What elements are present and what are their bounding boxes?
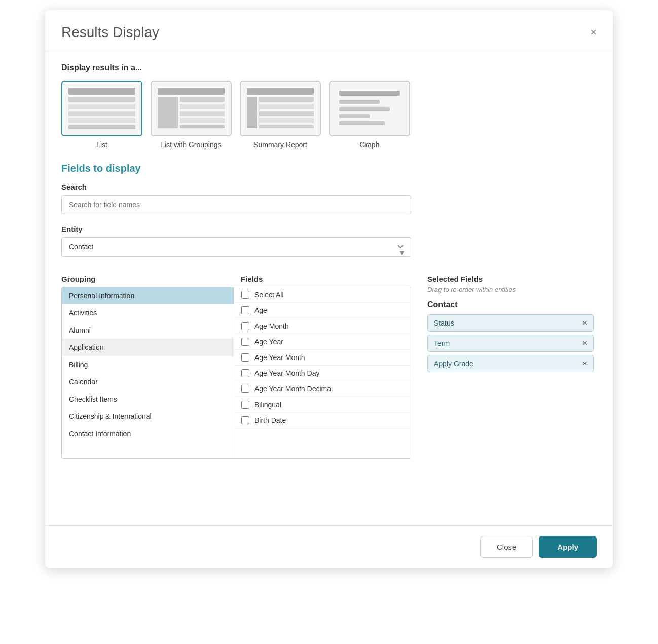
- fields-col: Select All Age Age Month: [234, 287, 411, 458]
- display-option-graph[interactable]: Graph: [329, 81, 410, 149]
- field-item-select-all[interactable]: Select All: [234, 287, 411, 303]
- svg-rect-10: [180, 111, 225, 116]
- checkbox-age-year[interactable]: [241, 338, 249, 346]
- grouping-item-activities[interactable]: Activities: [62, 304, 234, 321]
- checkbox-age[interactable]: [241, 306, 249, 314]
- checkbox-bilingual[interactable]: [241, 401, 249, 409]
- checkbox-age-month[interactable]: [241, 322, 249, 330]
- svg-rect-8: [180, 97, 225, 102]
- field-label-bilingual: Bilingual: [254, 401, 281, 409]
- selected-fields-title: Selected Fields: [427, 275, 594, 283]
- display-option-label-summary: Summary Report: [253, 140, 307, 149]
- field-label-age-year-month-day: Age Year Month Day: [254, 369, 319, 377]
- svg-rect-7: [158, 97, 178, 128]
- display-option-label-graph: Graph: [360, 140, 380, 149]
- entity-select[interactable]: Contact Application Alumni Billing: [61, 237, 411, 257]
- svg-rect-4: [68, 118, 135, 123]
- checkbox-birth-date[interactable]: [241, 416, 249, 424]
- entity-label: Entity: [61, 225, 597, 233]
- field-item-age-year[interactable]: Age Year: [234, 334, 411, 350]
- grouping-item-contact-info[interactable]: Contact Information: [62, 425, 234, 442]
- chip-apply-grade: Apply Grade ×: [427, 355, 594, 372]
- field-item-age-year-month-day[interactable]: Age Year Month Day: [234, 366, 411, 381]
- close-button[interactable]: ×: [590, 27, 597, 38]
- svg-rect-15: [259, 97, 314, 102]
- display-option-box-list-groupings: [151, 81, 232, 136]
- close-footer-button[interactable]: Close: [480, 536, 533, 558]
- fields-header: Fields: [234, 275, 263, 287]
- field-label-age-month: Age Month: [254, 322, 289, 330]
- chip-term: Term ×: [427, 335, 594, 352]
- grouping-item-billing[interactable]: Billing: [62, 356, 234, 373]
- chip-status-remove[interactable]: ×: [582, 319, 587, 327]
- field-label-birth-date: Birth Date: [254, 416, 286, 424]
- checkbox-age-year-month-decimal[interactable]: [241, 385, 249, 393]
- svg-rect-0: [68, 88, 135, 95]
- field-item-birth-date[interactable]: Birth Date: [234, 413, 411, 428]
- svg-rect-1: [68, 97, 135, 102]
- chip-term-remove[interactable]: ×: [582, 339, 587, 347]
- svg-rect-14: [247, 97, 257, 128]
- checkbox-age-year-month-day[interactable]: [241, 369, 249, 377]
- field-item-age-month[interactable]: Age Month: [234, 318, 411, 334]
- list-icon: [66, 86, 137, 131]
- modal-body: Display results in a... List: [45, 51, 613, 525]
- chip-status: Status ×: [427, 314, 594, 332]
- summary-icon: [245, 86, 316, 131]
- display-option-box-graph: [329, 81, 410, 136]
- grouping-item-checklist[interactable]: Checklist Items: [62, 390, 234, 408]
- field-label-age-year-month-decimal: Age Year Month Decimal: [254, 385, 333, 393]
- svg-rect-22: [339, 107, 390, 111]
- modal-footer: Close Apply: [45, 525, 613, 568]
- svg-rect-5: [68, 125, 135, 129]
- display-option-summary[interactable]: Summary Report: [240, 81, 321, 149]
- entity-select-wrapper: Contact Application Alumni Billing: [61, 237, 411, 267]
- field-item-age-year-month[interactable]: Age Year Month: [234, 350, 411, 366]
- display-option-box-summary: [240, 81, 321, 136]
- svg-rect-18: [259, 118, 314, 123]
- search-label: Search: [61, 183, 597, 191]
- svg-rect-16: [259, 104, 314, 109]
- grouping-header: Grouping: [61, 275, 234, 287]
- svg-rect-21: [339, 100, 380, 104]
- right-panel: Selected Fields Drag to re-order within …: [411, 267, 594, 459]
- grouping-item-personal[interactable]: Personal Information: [62, 287, 234, 304]
- svg-rect-23: [339, 114, 370, 118]
- checkbox-select-all[interactable]: [241, 291, 249, 299]
- search-input[interactable]: [61, 195, 411, 214]
- columns-row: Grouping Fields Personal Information Act…: [61, 267, 597, 459]
- graph-icon: [334, 86, 405, 131]
- grouping-item-calendar[interactable]: Calendar: [62, 373, 234, 390]
- display-option-list-groupings[interactable]: List with Groupings: [151, 81, 232, 149]
- svg-rect-11: [180, 118, 225, 123]
- display-option-list[interactable]: List: [61, 81, 142, 149]
- apply-button[interactable]: Apply: [539, 536, 597, 558]
- field-label-age: Age: [254, 306, 267, 314]
- svg-rect-20: [339, 91, 400, 96]
- modal-header: Results Display ×: [45, 10, 613, 51]
- grouping-list: Personal Information Activities Alumni A…: [62, 287, 234, 442]
- checkbox-age-year-month[interactable]: [241, 353, 249, 362]
- svg-rect-9: [180, 104, 225, 109]
- field-item-age[interactable]: Age: [234, 303, 411, 318]
- chip-apply-grade-label: Apply Grade: [434, 360, 473, 368]
- grouping-item-application[interactable]: Application: [62, 339, 234, 356]
- display-label: Display results in a...: [61, 63, 597, 73]
- field-label-select-all: Select All: [254, 291, 284, 299]
- svg-rect-13: [247, 88, 314, 95]
- svg-rect-3: [68, 111, 135, 116]
- selected-fields-hint: Drag to re-order within entities: [427, 285, 594, 293]
- chip-apply-grade-remove[interactable]: ×: [582, 360, 587, 368]
- field-item-age-year-month-decimal[interactable]: Age Year Month Decimal: [234, 381, 411, 397]
- svg-rect-19: [259, 125, 314, 128]
- display-option-box-list: [61, 81, 142, 136]
- svg-rect-17: [259, 111, 314, 116]
- svg-rect-24: [339, 121, 385, 125]
- grouping-item-citizenship[interactable]: Citizenship & International: [62, 408, 234, 425]
- grouping-item-alumni[interactable]: Alumni: [62, 321, 234, 339]
- svg-rect-2: [68, 104, 135, 109]
- display-options: List List with Groupings: [61, 81, 597, 149]
- modal-title: Results Display: [61, 24, 159, 41]
- field-item-bilingual[interactable]: Bilingual: [234, 397, 411, 413]
- fields-section-title: Fields to display: [61, 163, 597, 174]
